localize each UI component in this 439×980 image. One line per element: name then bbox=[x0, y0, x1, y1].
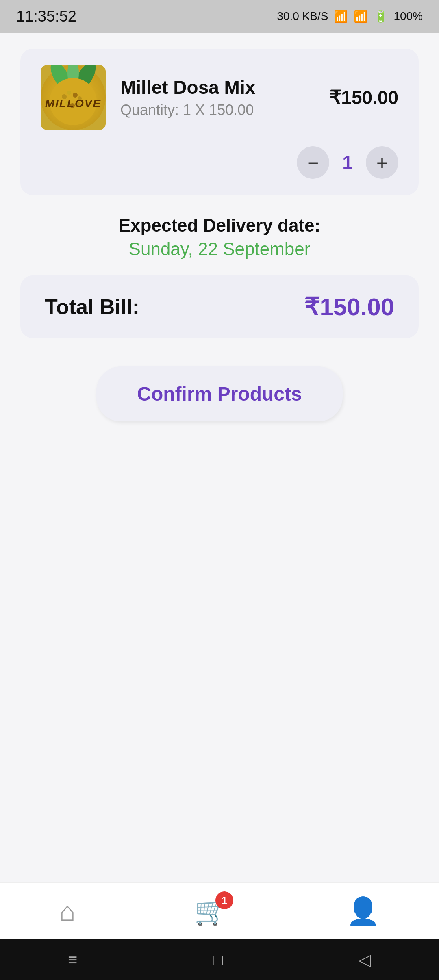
product-card: MILLOVE Millet Dosa Mix Quantity: 1 X 15… bbox=[20, 49, 419, 195]
system-back-button[interactable]: ◁ bbox=[359, 950, 371, 969]
nav-cart[interactable]: 🛒 1 bbox=[194, 895, 228, 927]
network-speed: 30.0 KB/S bbox=[277, 10, 328, 23]
confirm-products-button[interactable]: Confirm Products bbox=[96, 366, 342, 421]
delivery-label: Expected Delivery date: bbox=[20, 215, 419, 236]
main-content: MILLOVE Millet Dosa Mix Quantity: 1 X 15… bbox=[0, 33, 439, 421]
product-info: Millet Dosa Mix Quantity: 1 X 150.00 bbox=[120, 76, 255, 119]
cart-wrapper: 🛒 1 bbox=[194, 895, 228, 927]
increase-quantity-button[interactable]: + bbox=[366, 146, 398, 179]
product-top: MILLOVE Millet Dosa Mix Quantity: 1 X 15… bbox=[41, 65, 398, 130]
wifi-icon: 📶 bbox=[334, 10, 348, 23]
home-icon: ⌂ bbox=[59, 896, 76, 927]
delivery-section: Expected Delivery date: Sunday, 22 Septe… bbox=[20, 215, 419, 259]
quantity-controls: − 1 + bbox=[41, 146, 398, 179]
svg-point-5 bbox=[67, 91, 71, 95]
total-bill-card: Total Bill: ₹150.00 bbox=[20, 275, 419, 338]
product-quantity-label: Quantity: 1 X 150.00 bbox=[120, 102, 255, 119]
product-left: MILLOVE Millet Dosa Mix Quantity: 1 X 15… bbox=[41, 65, 255, 130]
nav-profile[interactable]: 👤 bbox=[346, 895, 380, 927]
nav-home[interactable]: ⌂ bbox=[59, 896, 76, 927]
quantity-value: 1 bbox=[337, 152, 358, 173]
status-time: 11:35:52 bbox=[16, 8, 76, 25]
system-menu-button[interactable]: ≡ bbox=[68, 951, 77, 969]
status-icons: 30.0 KB/S 📶 📶 🔋 100% bbox=[277, 10, 423, 23]
total-bill-label: Total Bill: bbox=[45, 295, 139, 319]
system-nav: ≡ □ ◁ bbox=[0, 939, 439, 980]
product-name: Millet Dosa Mix bbox=[120, 76, 255, 98]
system-home-button[interactable]: □ bbox=[213, 951, 223, 969]
status-bar: 11:35:52 30.0 KB/S 📶 📶 🔋 100% bbox=[0, 0, 439, 33]
minus-icon: − bbox=[307, 152, 319, 174]
total-bill-amount: ₹150.00 bbox=[304, 293, 394, 321]
decrease-quantity-button[interactable]: − bbox=[297, 146, 329, 179]
cart-badge: 1 bbox=[215, 891, 233, 909]
signal-icon: 📶 bbox=[354, 10, 368, 23]
battery-icon: 🔋 bbox=[374, 10, 388, 23]
confirm-button-wrapper: Confirm Products bbox=[20, 366, 419, 421]
plus-icon: + bbox=[376, 152, 388, 174]
bottom-nav: ⌂ 🛒 1 👤 bbox=[0, 882, 439, 939]
product-image: MILLOVE bbox=[41, 65, 106, 130]
battery-percent: 100% bbox=[393, 10, 423, 23]
millove-logo: MILLOVE bbox=[41, 65, 106, 130]
product-price: ₹150.00 bbox=[329, 87, 398, 108]
profile-icon: 👤 bbox=[346, 895, 380, 927]
delivery-date: Sunday, 22 September bbox=[20, 239, 419, 259]
millove-text: MILLOVE bbox=[45, 97, 101, 110]
